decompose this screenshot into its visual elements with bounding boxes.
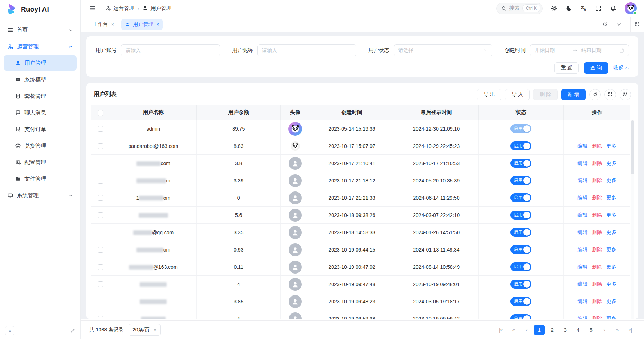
status-toggle[interactable]: 启用	[510, 314, 531, 319]
status-toggle[interactable]: 启用	[510, 211, 531, 220]
pin-icon[interactable]	[70, 328, 75, 333]
row-checkbox[interactable]	[98, 126, 103, 132]
edit-link[interactable]: 编辑	[577, 229, 587, 235]
delete-link[interactable]: 删除	[592, 160, 602, 166]
delete-link[interactable]: 删除	[592, 177, 602, 183]
sidebar-item-exchange[interactable]: 兑换管理	[4, 138, 77, 153]
row-checkbox[interactable]	[98, 178, 103, 184]
edit-link[interactable]: 编辑	[577, 281, 587, 287]
delete-link[interactable]: 删除	[592, 298, 602, 304]
edit-link[interactable]: 编辑	[577, 160, 587, 166]
sidebar-group-1[interactable]: 运营管理	[4, 39, 77, 54]
status-toggle[interactable]: 启用	[510, 141, 531, 150]
more-link[interactable]: 更多	[606, 264, 616, 270]
sidebar-item-user[interactable]: 用户管理	[4, 55, 77, 71]
delete-link[interactable]: 删除	[592, 143, 602, 149]
user-nickname-input[interactable]	[257, 44, 356, 56]
status-toggle[interactable]: 启用	[510, 193, 531, 202]
breadcrumb-user-management[interactable]: 用户管理	[142, 5, 171, 12]
user-status-select[interactable]: 请选择	[394, 44, 493, 56]
row-checkbox[interactable]	[98, 247, 103, 253]
more-link[interactable]: 更多	[606, 316, 616, 319]
sidebar-group-2[interactable]: 系统管理	[4, 188, 77, 203]
logo-row[interactable]: Ruoyi AI	[0, 0, 80, 19]
column-settings-icon[interactable]	[620, 89, 631, 100]
more-link[interactable]: 更多	[606, 212, 616, 218]
add-button[interactable]: 新 增	[561, 89, 586, 100]
translate-icon[interactable]: 文A	[580, 5, 587, 12]
more-link[interactable]: 更多	[606, 160, 616, 166]
edit-link[interactable]: 编辑	[577, 212, 587, 218]
page-button-3[interactable]: 3	[560, 325, 571, 335]
settings-icon[interactable]	[551, 5, 558, 12]
global-search[interactable]: 搜索 Ctrl K	[496, 3, 543, 14]
status-toggle[interactable]: 启用	[510, 159, 531, 168]
delete-link[interactable]: 删除	[592, 212, 602, 218]
sidebar-item-config[interactable]: 配置管理	[4, 155, 77, 170]
page-button-2[interactable]: 2	[547, 325, 558, 335]
edit-link[interactable]: 编辑	[577, 195, 587, 200]
sidebar-group-0[interactable]: 首页	[4, 22, 77, 37]
row-checkbox[interactable]	[98, 299, 103, 304]
fast-forward-button[interactable]: »	[612, 325, 622, 335]
status-toggle[interactable]: 启用	[510, 262, 531, 271]
more-link[interactable]: 更多	[606, 298, 616, 304]
page-button-1[interactable]: 1	[534, 325, 545, 335]
delete-link[interactable]: 删除	[592, 264, 602, 270]
page-size-select[interactable]: 20条/页 ▼	[129, 324, 161, 336]
content-fullscreen-icon[interactable]	[630, 17, 644, 32]
status-toggle[interactable]: 启用	[510, 245, 531, 254]
row-checkbox[interactable]	[98, 264, 103, 270]
hamburger-menu-icon[interactable]	[89, 5, 96, 12]
fast-backward-button[interactable]: «	[508, 325, 519, 335]
sidebar-item-order[interactable]: 支付订单	[4, 122, 77, 137]
delete-link[interactable]: 删除	[592, 281, 602, 287]
edit-link[interactable]: 编辑	[577, 177, 587, 183]
sidebar-item-folder[interactable]: 文件管理	[4, 171, 77, 186]
row-checkbox[interactable]	[98, 212, 103, 218]
sidebar-item-chat[interactable]: 聊天消息	[4, 105, 77, 120]
user-avatar[interactable]	[625, 2, 637, 14]
user-account-input[interactable]	[121, 44, 220, 56]
row-checkbox[interactable]	[98, 195, 103, 201]
edit-link[interactable]: 编辑	[577, 143, 587, 149]
status-toggle[interactable]: 启用	[510, 124, 531, 133]
edit-link[interactable]: 编辑	[577, 298, 587, 304]
table-scrollbar[interactable]	[631, 120, 634, 319]
delete-button[interactable]: 删 除	[533, 89, 558, 100]
edit-link[interactable]: 编辑	[577, 316, 587, 319]
select-all-checkbox[interactable]	[98, 110, 103, 116]
edit-link[interactable]: 编辑	[577, 247, 587, 252]
sidebar-collapse-button[interactable]: «	[5, 326, 14, 335]
date-range-picker[interactable]: 开始日期 结束日期	[530, 44, 629, 56]
tab-refresh-icon[interactable]	[598, 17, 612, 32]
query-button[interactable]: 查 询	[584, 62, 608, 74]
status-toggle[interactable]: 启用	[510, 297, 531, 306]
import-button[interactable]: 导 入	[505, 89, 530, 100]
delete-link[interactable]: 删除	[592, 247, 602, 252]
notification-bell-icon[interactable]	[610, 5, 617, 12]
prev-page-button[interactable]: ‹	[521, 325, 532, 335]
dark-mode-icon[interactable]	[566, 5, 572, 12]
row-checkbox[interactable]	[98, 281, 103, 287]
first-page-button[interactable]: |«	[495, 325, 506, 335]
next-page-button[interactable]: ›	[599, 325, 609, 335]
status-toggle[interactable]: 启用	[510, 228, 531, 237]
more-link[interactable]: 更多	[606, 247, 616, 252]
row-checkbox[interactable]	[98, 161, 103, 166]
export-button[interactable]: 导 出	[477, 89, 501, 100]
delete-link[interactable]: 删除	[592, 195, 602, 200]
delete-link[interactable]: 删除	[592, 229, 602, 235]
tab-user-management[interactable]: 用户管理 ×	[121, 19, 163, 30]
close-icon[interactable]: ×	[157, 22, 159, 27]
row-checkbox[interactable]	[98, 230, 103, 235]
sidebar-item-model[interactable]: 系统模型	[4, 72, 77, 87]
status-toggle[interactable]: 启用	[510, 280, 531, 289]
breadcrumb-operations[interactable]: 运营管理	[105, 5, 134, 12]
page-button-4[interactable]: 4	[573, 325, 584, 335]
tab-chevron-down-icon[interactable]	[612, 17, 625, 32]
edit-link[interactable]: 编辑	[577, 264, 587, 270]
page-button-5[interactable]: 5	[586, 325, 596, 335]
close-icon[interactable]: ×	[111, 22, 114, 27]
last-page-button[interactable]: »|	[625, 325, 635, 335]
